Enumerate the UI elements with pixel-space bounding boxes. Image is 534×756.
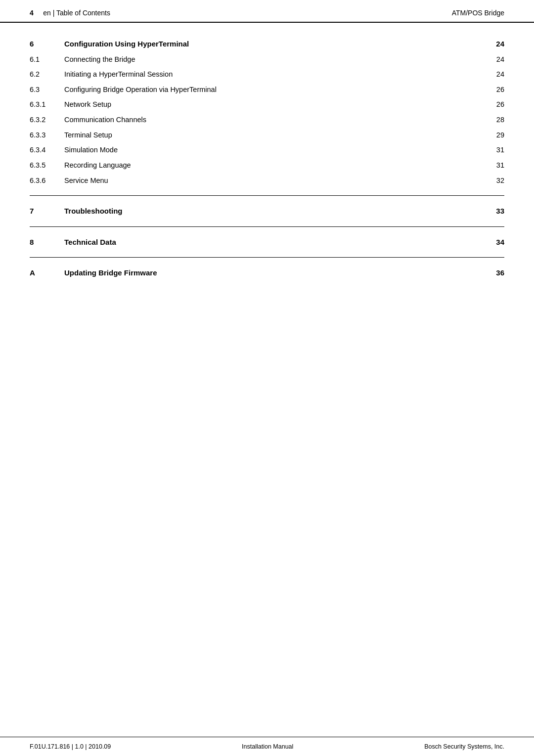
- toc-row-6-1: 6.1 Connecting the Bridge 24: [30, 53, 504, 66]
- toc-title-6-3: Configuring Bridge Operation via HyperTe…: [64, 84, 485, 96]
- divider-a: [30, 257, 504, 258]
- toc-row-6-3-2: 6.3.2 Communication Channels 28: [30, 114, 504, 126]
- toc-page-6-2: 24: [485, 68, 504, 81]
- toc-row-a: A Updating Bridge Firmware 36: [30, 267, 504, 279]
- header-page-number: 4: [30, 9, 34, 17]
- toc-number-6-3-6: 6.3.6: [30, 175, 64, 187]
- toc-row-6-3-3: 6.3.3 Terminal Setup 29: [30, 129, 504, 141]
- toc-section-8: 8 Technical Data 34: [30, 236, 504, 249]
- toc-section-7: 7 Troubleshooting 33: [30, 205, 504, 218]
- toc-number-6-3-1: 6.3.1: [30, 98, 64, 111]
- toc-number-a: A: [30, 267, 64, 279]
- toc-number-8: 8: [30, 236, 64, 249]
- toc-section-a: A Updating Bridge Firmware 36: [30, 267, 504, 279]
- header-page-section: 4 en | Table of Contents: [30, 9, 110, 17]
- toc-row-6: 6 Configuration Using HyperTerminal 24: [30, 38, 504, 50]
- toc-page-6-3-5: 31: [485, 159, 504, 172]
- toc-title-6-2: Initiating a HyperTerminal Session: [64, 68, 485, 81]
- toc-page-6-3-6: 32: [485, 175, 504, 187]
- toc-row-6-3: 6.3 Configuring Bridge Operation via Hyp…: [30, 84, 504, 96]
- footer-company: Bosch Security Systems, Inc.: [424, 743, 504, 750]
- divider-8: [30, 226, 504, 227]
- toc-title-6-3-2: Communication Channels: [64, 114, 485, 126]
- toc-number-6-3-5: 6.3.5: [30, 159, 64, 172]
- footer-doc-type: Installation Manual: [242, 743, 293, 750]
- toc-row-6-3-4: 6.3.4 Simulation Mode 31: [30, 144, 504, 156]
- toc-page-8: 34: [485, 236, 504, 249]
- toc-section-6: 6 Configuration Using HyperTerminal 24 6…: [30, 38, 504, 186]
- header-product: ATM/POS Bridge: [452, 9, 504, 17]
- toc-page-6-3: 26: [485, 84, 504, 96]
- toc-title-6-3-3: Terminal Setup: [64, 129, 485, 141]
- toc-number-6-1: 6.1: [30, 53, 64, 66]
- toc-page-6-3-1: 26: [485, 98, 504, 111]
- toc-page-6-3-4: 31: [485, 144, 504, 156]
- toc-row-6-2: 6.2 Initiating a HyperTerminal Session 2…: [30, 68, 504, 81]
- toc-title-6-1: Connecting the Bridge: [64, 53, 485, 66]
- toc-title-8: Technical Data: [64, 236, 485, 249]
- toc-number-7: 7: [30, 205, 64, 218]
- toc-number-6-3-2: 6.3.2: [30, 114, 64, 126]
- toc-title-a: Updating Bridge Firmware: [64, 267, 485, 279]
- toc-page-a: 36: [485, 267, 504, 279]
- toc-page-6-1: 24: [485, 53, 504, 66]
- toc-row-6-3-6: 6.3.6 Service Menu 32: [30, 175, 504, 187]
- toc-title-7: Troubleshooting: [64, 205, 485, 218]
- toc-row-6-3-5: 6.3.5 Recording Language 31: [30, 159, 504, 172]
- toc-number-6-3-3: 6.3.3: [30, 129, 64, 141]
- footer-doc-id: F.01U.171.816 | 1.0 | 2010.09: [30, 743, 111, 750]
- toc-row-6-3-1: 6.3.1 Network Setup 26: [30, 98, 504, 111]
- toc-number-6-3-4: 6.3.4: [30, 144, 64, 156]
- page-header: 4 en | Table of Contents ATM/POS Bridge: [0, 0, 534, 23]
- page: 4 en | Table of Contents ATM/POS Bridge …: [0, 0, 534, 756]
- toc-number-6-2: 6.2: [30, 68, 64, 81]
- toc-title-6: Configuration Using HyperTerminal: [64, 38, 485, 50]
- toc-content: 6 Configuration Using HyperTerminal 24 6…: [0, 23, 534, 737]
- toc-number-6-3: 6.3: [30, 84, 64, 96]
- toc-row-7: 7 Troubleshooting 33: [30, 205, 504, 218]
- toc-page-6-3-3: 29: [485, 129, 504, 141]
- divider-7: [30, 195, 504, 196]
- page-footer: F.01U.171.816 | 1.0 | 2010.09 Installati…: [0, 737, 534, 756]
- toc-page-6-3-2: 28: [485, 114, 504, 126]
- toc-row-8: 8 Technical Data 34: [30, 236, 504, 249]
- toc-title-6-3-1: Network Setup: [64, 98, 485, 111]
- toc-title-6-3-5: Recording Language: [64, 159, 485, 172]
- toc-title-6-3-4: Simulation Mode: [64, 144, 485, 156]
- toc-number-6: 6: [30, 38, 64, 50]
- toc-page-7: 33: [485, 205, 504, 218]
- header-section-label: en | Table of Contents: [43, 9, 110, 17]
- toc-title-6-3-6: Service Menu: [64, 175, 485, 187]
- toc-page-6: 24: [485, 38, 504, 50]
